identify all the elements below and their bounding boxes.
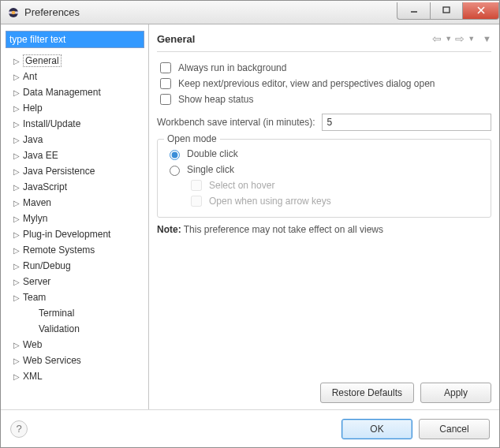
open-arrow-row: Open when using arrow keys [188,193,483,209]
interval-input[interactable] [322,114,491,131]
single-click-radio[interactable] [170,166,180,176]
tree-item[interactable]: ▷Data Management [6,84,145,100]
tree-item-label: XML [23,371,43,382]
apply-button[interactable]: Apply [420,383,491,403]
forward-icon[interactable]: ⇨ [455,32,465,45]
chevron-right-icon[interactable]: ▷ [12,182,21,192]
close-button[interactable] [463,2,499,20]
bottombar: ? OK Cancel [1,409,499,447]
chevron-right-icon[interactable]: ▷ [12,166,21,176]
open-arrow-checkbox [191,196,202,207]
sidebar: ▷General▷Ant▷Data Management▷Help▷Instal… [1,24,149,409]
heap-checkbox[interactable] [160,94,171,105]
chevron-right-icon[interactable]: ▷ [12,151,21,160]
chevron-right-icon[interactable]: ▷ [12,103,21,113]
chevron-right-icon[interactable]: ▷ [12,72,21,81]
double-click-row: Double click [166,146,483,162]
tree-item[interactable]: ▷Maven [6,195,145,211]
single-click-row: Single click [166,162,483,177]
heap-label: Show heap status [178,94,253,105]
page-title: General [157,33,195,45]
tree-item-label: Help [23,103,43,114]
chevron-right-icon[interactable]: ▷ [12,214,21,223]
tree-item-label: Terminal [39,308,74,319]
tree-item[interactable]: ▷Mylyn [6,211,145,226]
tree-item[interactable]: ▷Terminal [6,305,145,321]
tree-item-label: Team [23,292,46,303]
tree-item[interactable]: ▷General [6,53,145,69]
tree-item[interactable]: ▷Java Persistence [6,163,145,179]
chevron-right-icon[interactable]: ▷ [12,356,21,365]
tree-item[interactable]: ▷XML [6,368,145,384]
chevron-right-icon[interactable]: ▷ [12,56,21,65]
window-controls [397,6,499,20]
chevron-right-icon[interactable]: ▷ [12,245,21,255]
select-on-hover-checkbox [191,180,202,191]
tree-item[interactable]: ▷Install/Update [6,116,145,132]
maximize-button[interactable] [430,2,463,20]
always-run-bg-row: Always run in background [157,60,491,76]
chevron-right-icon[interactable]: ▷ [12,135,21,144]
tree-item[interactable]: ▷Plug-in Development [6,226,145,242]
chevron-right-icon[interactable]: ▷ [12,198,21,207]
restore-defaults-button[interactable]: Restore Defaults [320,383,414,403]
tree-item[interactable]: ▷Help [6,100,145,116]
chevron-right-icon[interactable]: ▷ [12,293,21,302]
forward-menu-icon[interactable]: ▼ [468,35,475,43]
select-on-hover-row: Select on hover [188,177,483,193]
chevron-right-icon[interactable]: ▷ [12,371,21,381]
svg-point-2 [12,10,16,14]
tree-item[interactable]: ▷Server [6,274,145,289]
tree-item-label: Web [23,339,42,350]
back-menu-icon[interactable]: ▼ [445,35,452,43]
titlebar: Preferences [1,1,499,24]
tree-item[interactable]: ▷JavaScript [6,179,145,195]
preferences-tree[interactable]: ▷General▷Ant▷Data Management▷Help▷Instal… [4,53,145,405]
chevron-right-icon[interactable]: ▷ [12,261,21,271]
tree-item[interactable]: ▷Web [6,337,145,353]
tree-item-label: Maven [23,197,51,208]
double-click-label: Double click [187,148,238,159]
double-click-radio[interactable] [170,150,180,160]
chevron-right-icon[interactable]: ▷ [12,340,21,349]
always-run-bg-checkbox[interactable] [160,62,171,73]
chevron-right-icon[interactable]: ▷ [12,119,21,129]
interval-row: Workbench save interval (in minutes): [157,114,491,131]
help-icon[interactable]: ? [10,420,28,438]
tree-item[interactable]: ▷Java [6,132,145,147]
tree-item[interactable]: ▷Run/Debug [6,258,145,274]
tree-item[interactable]: ▷Team [6,289,145,305]
app-icon [7,6,20,19]
window-title: Preferences [24,6,80,18]
tree-item-label: Install/Update [23,118,80,129]
open-arrow-label: Open when using arrow keys [209,196,331,207]
tree-item[interactable]: ▷Ant [6,69,145,84]
filter-input[interactable] [6,31,144,48]
view-menu-icon[interactable]: ▼ [483,34,491,43]
note-row: Note: This preference may not take effec… [157,224,491,235]
minimize-button[interactable] [397,2,430,20]
tree-item[interactable]: ▷Validation [6,321,145,337]
tree-item[interactable]: ▷Web Services [6,353,145,368]
back-icon[interactable]: ⇦ [432,32,442,45]
keep-dialog-checkbox[interactable] [160,78,171,89]
ok-button[interactable]: OK [341,419,412,439]
tree-item-label: Java EE [23,150,58,161]
tree-item-label: Run/Debug [23,260,71,271]
content: ▷General▷Ant▷Data Management▷Help▷Instal… [1,24,499,409]
chevron-right-icon[interactable]: ▷ [12,230,21,239]
chevron-right-icon[interactable]: ▷ [12,88,21,97]
chevron-right-icon[interactable]: ▷ [12,277,21,286]
tree-item-label: Server [23,276,50,287]
cancel-button[interactable]: Cancel [419,419,490,439]
tree-item-label: Validation [39,323,80,334]
tree-item-label: Java Persistence [23,166,95,177]
open-mode-group: Open mode Double click Single click Sele… [157,139,491,218]
note-text: This preference may not take effect on a… [181,224,383,235]
tree-item-label: Ant [23,71,37,82]
tree-item[interactable]: ▷Java EE [6,147,145,163]
tree-item[interactable]: ▷Remote Systems [6,242,145,258]
interval-label: Workbench save interval (in minutes): [157,117,315,128]
single-click-label: Single click [187,164,234,175]
tree-item-label: Data Management [23,87,101,98]
